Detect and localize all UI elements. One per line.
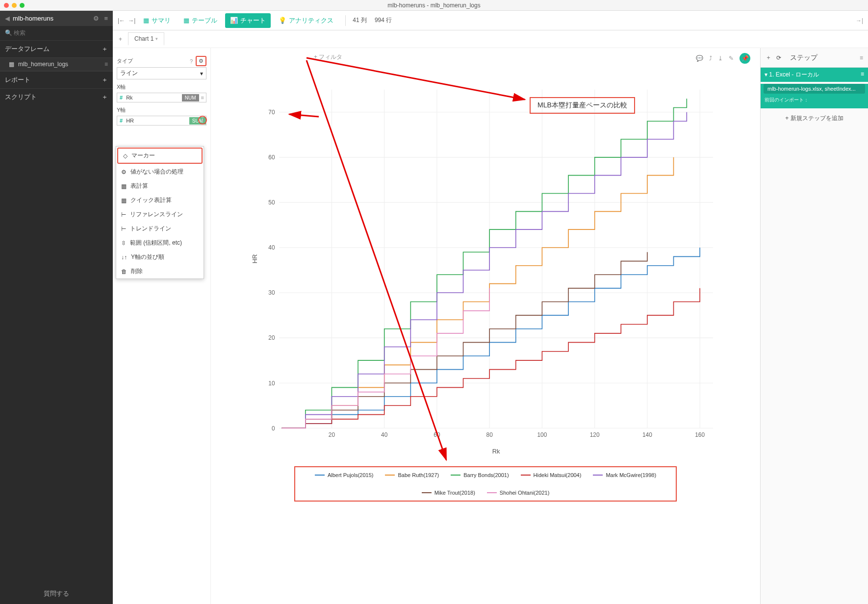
chart-tabs: + Chart 1 ▾ — [113, 30, 868, 48]
yaxis-dropdown: ◇マーカー ⚙値がない場合の処理 ▦表計算 ▦クイック表計算 ⊢リファレンスライ… — [116, 146, 204, 279]
add-step-icon[interactable]: ＋ — [766, 53, 771, 62]
dropdown-item-tablecalc[interactable]: ▦表計算 — [116, 179, 204, 193]
sidebar-item-dataframe[interactable]: ▦ mlb_homerun_logs ≡ — [0, 57, 113, 71]
menu-icon[interactable]: ≡ — [199, 95, 206, 101]
field-value: Rk — [125, 93, 182, 102]
step-meta: 前回のインポート： — [761, 96, 868, 106]
svg-text:160: 160 — [695, 431, 705, 438]
help-icon[interactable]: ? — [190, 58, 193, 64]
dropdown-item-sort[interactable]: ↓↑Y軸の並び順 — [116, 250, 204, 264]
svg-text:30: 30 — [268, 289, 275, 296]
step-1[interactable]: ▾ 1. Excel - ローカル ≡ — [761, 68, 868, 82]
dd-label: リファレンスライン — [130, 210, 183, 219]
sort-icon: ↓↑ — [121, 254, 127, 261]
chart-settings-button[interactable]: ⚙ — [196, 56, 206, 66]
edit-icon[interactable]: ✎ — [729, 55, 734, 62]
search-input[interactable]: 🔍 検索 — [0, 26, 113, 40]
dropdown-item-marker[interactable]: ◇マーカー — [117, 148, 203, 164]
chevron-down-icon: ▾ — [200, 70, 203, 77]
add-filter-button[interactable]: + フィルタ — [314, 53, 342, 61]
legend-swatch — [422, 492, 432, 493]
chevron-left-icon[interactable]: ◀ — [5, 15, 10, 22]
svg-text:Rk: Rk — [492, 448, 500, 455]
tab-summary[interactable]: ▦サマリ — [138, 13, 176, 28]
yaxis-field[interactable]: # HR SUM ≡ — [117, 116, 206, 126]
dd-label: 値がない場合の処理 — [130, 168, 183, 176]
dropdown-item-delete[interactable]: 🗑削除 — [116, 264, 204, 278]
mac-titlebar: mlb-homeruns - mlb_homerun_logs — [0, 0, 868, 11]
dropdown-item-quickcalc[interactable]: ▦クイック表計算 — [116, 193, 204, 207]
field-value: HR — [125, 116, 189, 125]
back-icon[interactable]: |← — [118, 17, 125, 24]
line-icon: ⊢ — [121, 211, 126, 218]
dd-label: Y軸の並び順 — [131, 253, 164, 261]
chart-type-select[interactable]: ライン ▾ — [117, 67, 206, 79]
legend-label: Mark McGwire(1998) — [606, 472, 656, 478]
window-title: mlb-homeruns - mlb_homerun_logs — [0, 2, 868, 9]
add-new-step[interactable]: + 新規ステップを追加 — [761, 108, 868, 128]
tab-analytics[interactable]: 💡アナリティクス — [274, 13, 338, 28]
sidebar-item-label: mlb_homerun_logs — [18, 61, 68, 68]
search-placeholder: 検索 — [14, 29, 26, 36]
tab-table[interactable]: ▦テーブル — [179, 13, 222, 28]
section-scripts[interactable]: スクリプト ＋ — [0, 88, 113, 105]
chevron-down-icon[interactable]: ▾ — [155, 36, 158, 41]
add-chart-tab[interactable]: + — [116, 36, 125, 43]
legend-item[interactable]: Barry Bonds(2001) — [451, 472, 509, 478]
menu-icon[interactable]: ≡ — [104, 15, 108, 22]
xaxis-field[interactable]: # Rk NUM ≡ — [117, 93, 206, 102]
refresh-icon[interactable]: ⟳ — [776, 54, 781, 61]
section-label: レポート — [5, 76, 30, 84]
menu-icon[interactable]: ≡ — [861, 71, 864, 77]
legend-item[interactable]: Babe Ruth(1927) — [385, 472, 439, 478]
legend-item[interactable]: Mike Trout(2018) — [422, 490, 475, 496]
chart-config-panel: タイプ ? ⚙ ライン ▾ X軸 — [113, 48, 211, 604]
gear-icon: ⚙ — [199, 58, 204, 64]
section-reports[interactable]: レポート ＋ — [0, 71, 113, 88]
svg-text:80: 80 — [486, 431, 493, 438]
table-icon: ▦ — [121, 197, 127, 204]
svg-text:60: 60 — [434, 431, 440, 438]
line-icon: ⊢ — [121, 226, 126, 232]
dropdown-item-trendline[interactable]: ⊢トレンドライン — [116, 222, 204, 236]
comment-icon[interactable]: 💬 — [696, 55, 703, 62]
legend-swatch — [593, 475, 603, 476]
gear-icon[interactable]: ⚙ — [93, 15, 99, 22]
dropdown-item-missing[interactable]: ⚙値がない場合の処理 — [116, 165, 204, 179]
range-icon: ⇳ — [121, 240, 126, 247]
section-dataframes[interactable]: データフレーム ＋ — [0, 40, 113, 57]
add-icon[interactable]: ＋ — [102, 93, 108, 101]
legend-item[interactable]: Albert Pujols(2015) — [315, 472, 374, 478]
project-title: mlb-homeruns — [13, 15, 53, 22]
add-icon[interactable]: ＋ — [102, 45, 108, 53]
add-icon[interactable]: ＋ — [102, 76, 108, 84]
chart-tab-1[interactable]: Chart 1 ▾ — [128, 32, 164, 46]
collapse-icon[interactable]: →| — [856, 17, 863, 24]
legend-item[interactable]: Hideki Matsui(2004) — [521, 472, 582, 478]
legend-label: Shohei Ohtani(2021) — [500, 490, 550, 496]
menu-icon[interactable]: ≡ — [104, 61, 108, 68]
section-label: スクリプト — [5, 93, 37, 101]
dd-label: クイック表計算 — [130, 196, 172, 204]
svg-text:10: 10 — [268, 380, 275, 387]
legend-item[interactable]: Shohei Ohtani(2021) — [487, 490, 550, 496]
dropdown-item-refline[interactable]: ⊢リファレンスライン — [116, 207, 204, 222]
table-icon: ▦ — [183, 17, 189, 24]
pin-button[interactable]: 📌 — [740, 53, 750, 64]
dropdown-item-range[interactable]: ⇳範囲 (信頼区間, etc) — [116, 236, 204, 250]
legend-item[interactable]: Mark McGwire(1998) — [593, 472, 656, 478]
menu-icon[interactable]: ≡ — [860, 54, 863, 61]
column-count: 41 列 — [353, 16, 367, 25]
select-value: ライン — [120, 69, 138, 77]
download-icon[interactable]: ⤓ — [718, 55, 723, 62]
upload-icon[interactable]: ⤴ — [709, 55, 712, 62]
numeric-icon: # — [117, 116, 125, 125]
forward-icon[interactable]: →| — [128, 17, 135, 24]
step-file[interactable]: mlb-homerun-logs.xlsx, sheetIndex... — [764, 84, 865, 94]
dd-label: 表計算 — [130, 182, 148, 190]
yaxis-menu-button[interactable]: ≡ — [198, 116, 207, 125]
tab-chart[interactable]: 📊チャート — [225, 13, 271, 28]
svg-text:20: 20 — [329, 431, 335, 438]
ask-question-link[interactable]: 質問する — [0, 583, 113, 604]
table-icon: ▦ — [121, 183, 127, 190]
